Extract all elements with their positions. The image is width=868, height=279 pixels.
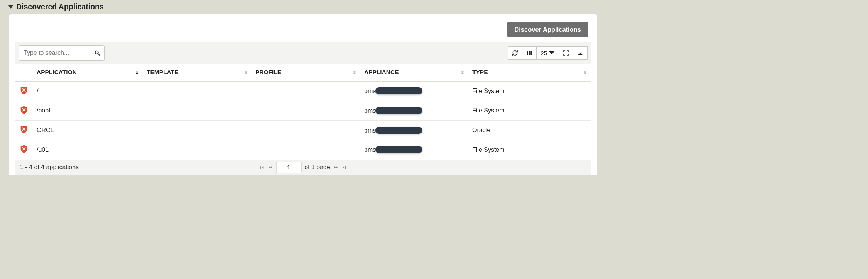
section-title: Discovered Applications	[16, 2, 104, 11]
appliance-prefix: bms	[364, 127, 376, 134]
applications-table: APPLICATION ▲▼ TEMPLATE ▲▼ P	[15, 64, 591, 160]
cell-application: /	[33, 82, 143, 101]
search-icon[interactable]	[94, 50, 100, 56]
col-application[interactable]: APPLICATION ▲▼	[33, 64, 143, 82]
section-toggle-discovered-applications[interactable]: Discovered Applications	[6, 0, 597, 14]
cell-type: File System	[468, 101, 591, 121]
cell-appliance: bms	[360, 140, 468, 160]
appliance-prefix: bms	[364, 88, 376, 94]
svg-line-2	[98, 54, 100, 56]
cell-appliance: bms	[360, 121, 468, 140]
appliance-prefix: bms	[364, 146, 376, 153]
appliance-prefix: bms	[364, 107, 376, 114]
discover-applications-button[interactable]: Discover Applications	[507, 22, 588, 37]
page-input[interactable]	[276, 162, 301, 173]
download-button[interactable]	[573, 46, 588, 60]
triangle-down-icon	[8, 2, 13, 11]
cell-template	[143, 121, 252, 140]
fullscreen-button[interactable]	[559, 46, 573, 60]
page-next-button[interactable]	[333, 165, 339, 170]
page-size-select[interactable]: 25	[536, 46, 559, 60]
col-appliance[interactable]: APPLIANCE ▲▼	[360, 64, 468, 82]
applications-card: Discover Applications	[9, 14, 597, 175]
columns-icon	[526, 50, 532, 56]
svg-marker-6	[549, 51, 554, 54]
redacted-text	[375, 127, 422, 134]
unprotected-icon	[20, 145, 28, 153]
svg-point-1	[95, 51, 98, 54]
table-row[interactable]: /u01 bms File System	[15, 140, 591, 160]
columns-button[interactable]	[522, 46, 537, 60]
pager: of 1 page	[259, 162, 347, 173]
cell-profile	[252, 121, 360, 140]
col-profile[interactable]: PROFILE ▲▼	[252, 64, 360, 82]
svg-marker-0	[8, 5, 13, 9]
unprotected-icon	[20, 125, 28, 134]
svg-rect-7	[578, 54, 583, 55]
refresh-icon	[512, 50, 518, 56]
cell-template	[143, 82, 252, 101]
fullscreen-icon	[563, 50, 569, 56]
col-template[interactable]: TEMPLATE ▲▼	[143, 64, 252, 82]
refresh-button[interactable]	[508, 46, 522, 60]
table-row[interactable]: /boot bms File System	[15, 101, 591, 121]
redacted-text	[375, 87, 422, 94]
svg-rect-5	[531, 51, 532, 55]
page-size-value: 25	[540, 50, 547, 56]
col-status[interactable]	[15, 64, 33, 82]
chevron-down-icon	[549, 50, 555, 56]
redacted-text	[375, 107, 422, 114]
svg-rect-4	[529, 51, 530, 55]
search-input-wrapper[interactable]	[19, 45, 105, 61]
page-first-button[interactable]	[259, 165, 264, 170]
cell-template	[143, 101, 252, 121]
page-of-label: of 1 page	[304, 164, 330, 171]
cell-template	[143, 140, 252, 160]
redacted-text	[375, 146, 422, 153]
results-summary: 1 - 4 of 4 applications	[20, 164, 79, 171]
download-icon	[577, 50, 583, 56]
cell-profile	[252, 101, 360, 121]
svg-rect-3	[527, 51, 528, 55]
col-type[interactable]: TYPE ▲▼	[468, 64, 591, 82]
search-input[interactable]	[23, 49, 94, 57]
cell-application: /boot	[33, 101, 143, 121]
cell-type: File System	[468, 140, 591, 160]
cell-application: ORCL	[33, 121, 143, 140]
cell-appliance: bms	[360, 82, 468, 101]
cell-application: /u01	[33, 140, 143, 160]
table-footer: 1 - 4 of 4 applications of 1 page	[15, 160, 591, 175]
unprotected-icon	[20, 86, 28, 95]
page-prev-button[interactable]	[267, 165, 273, 170]
cell-appliance: bms	[360, 101, 468, 121]
table-row[interactable]: / bms File System	[15, 82, 591, 101]
cell-profile	[252, 82, 360, 101]
cell-type: Oracle	[468, 121, 591, 140]
table-toolbar: 25	[15, 42, 591, 64]
unprotected-icon	[20, 106, 28, 114]
table-row[interactable]: ORCL bms Oracle	[15, 121, 591, 140]
cell-profile	[252, 140, 360, 160]
cell-type: File System	[468, 82, 591, 101]
page-last-button[interactable]	[342, 165, 347, 170]
